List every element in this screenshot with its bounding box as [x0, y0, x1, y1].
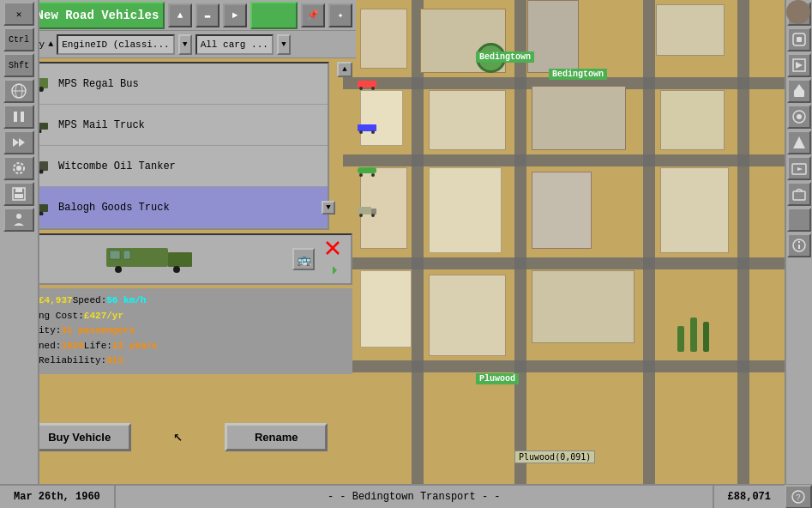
accept-icon-button[interactable] [323, 261, 342, 280]
pin-button[interactable]: 📌 [301, 3, 325, 27]
toolbar-ctrl[interactable]: Ctrl [3, 27, 34, 51]
city-label-bedingtown1: Bedingtown [476, 51, 534, 63]
sidebar-icon-10[interactable] [787, 233, 811, 257]
svg-rect-68 [798, 245, 800, 249]
close-x-button[interactable]: ✕ [3, 2, 34, 26]
sidebar-icon-7[interactable] [787, 156, 811, 180]
city-label-bedingtown2: Bedingtown [549, 69, 607, 80]
toolbar-gear-icon[interactable] [3, 156, 34, 180]
vehicle-item-mps-mail-truck[interactable]: MPS Mail Truck [5, 105, 328, 146]
vehicle-item-balogh-goods-truck[interactable]: Balogh Goods Truck ▼ [5, 187, 328, 228]
svg-point-24 [359, 173, 363, 177]
svg-point-12 [39, 169, 44, 173]
rename-button[interactable]: Rename [225, 423, 328, 451]
svg-point-51 [16, 214, 21, 219]
vehicle-info-button[interactable]: 🚌 [292, 248, 315, 270]
svg-rect-32 [110, 251, 120, 259]
status-date: Mar 26th, 1960 [0, 486, 116, 508]
status-bar: Mar 26th, 1960 - - Bedingtown Transport … [0, 484, 812, 508]
life-label: Life: [84, 339, 112, 354]
svg-rect-50 [15, 194, 23, 198]
sidebar-icon-9[interactable] [787, 208, 811, 232]
list-scroll-down[interactable]: ▼ [322, 201, 335, 215]
sidebar-icon-6[interactable] [787, 130, 811, 154]
svg-point-28 [359, 214, 363, 217]
svg-marker-60 [795, 84, 803, 90]
vehicle-preview-icon-2 [358, 123, 376, 139]
svg-rect-43 [21, 112, 24, 122]
sort-direction-icon: ▲ [48, 39, 53, 49]
left-toolbar: ✕ Ctrl Shft [0, 0, 39, 484]
svg-point-19 [371, 87, 375, 90]
arrow-right-button[interactable]: ► [223, 3, 247, 27]
status-help-button[interactable]: ? [785, 485, 812, 508]
svg-text:?: ? [796, 493, 801, 503]
svg-rect-59 [794, 90, 804, 97]
svg-rect-27 [371, 209, 376, 215]
buy-vehicle-button[interactable]: Buy Vehicle [28, 423, 131, 451]
toolbar-ff-icon[interactable] [3, 130, 34, 154]
vehicle-preview-icon-4 [358, 205, 376, 221]
svg-point-21 [359, 130, 363, 134]
cancel-icon-button[interactable] [323, 239, 342, 257]
cargo-dropdown-arrow[interactable]: ▼ [277, 34, 291, 55]
vehicle-name-mps-mail-truck: MPS Mail Truck [58, 119, 322, 131]
toolbar-save-icon[interactable] [3, 182, 34, 206]
title-bar: × New Road Vehicles ▲ ▬ ► 📌 ✦ [0, 0, 356, 31]
svg-point-16 [39, 211, 44, 215]
svg-rect-33 [123, 251, 130, 259]
speed-label: Speed: [73, 293, 107, 309]
sort-dropdown-arrow[interactable]: ▼ [178, 34, 192, 55]
stats-row-cost: Cost: £4,937 Speed: 56 km/h [10, 293, 346, 309]
reliability-value: 81% [106, 354, 123, 369]
toolbar-person-icon[interactable] [3, 208, 34, 232]
svg-rect-23 [358, 167, 376, 173]
sort-bar: Sort by ▲ EngineID (classi... ▼ All carg… [0, 31, 356, 58]
designed-value: 1929 [61, 339, 83, 354]
vehicle-item-witcombe-oil-tanker[interactable]: Witcombe Oil Tanker [5, 146, 328, 187]
arrow-up-button[interactable]: ▲ [168, 3, 192, 27]
sidebar-icon-2[interactable] [787, 27, 811, 51]
capacity-value: 31 passengers [61, 324, 135, 339]
svg-rect-66 [793, 191, 805, 200]
speed-value: 56 km/h [106, 293, 146, 309]
cargo-filter-dropdown[interactable]: All carg ... [195, 34, 274, 55]
stats-row-designed: Designed: 1929 Life: 12 years [10, 339, 346, 354]
vehicle-display-area: 🚌 [3, 233, 352, 285]
toolbar-shft[interactable]: Shft [3, 53, 34, 77]
sidebar-icon-5[interactable] [787, 105, 811, 129]
vehicle-preview-icon-1 [358, 79, 376, 95]
status-money: £88,071 [713, 486, 785, 508]
vehicle-name-witcombe-oil-tanker: Witcombe Oil Tanker [58, 160, 322, 172]
svg-rect-69 [798, 241, 800, 243]
action-icons-col [323, 239, 342, 280]
action-buttons-row: Buy Vehicle ↖ Rename [0, 416, 356, 458]
sidebar-icon-8[interactable] [787, 182, 811, 206]
svg-marker-45 [19, 138, 25, 147]
svg-point-34 [115, 266, 122, 273]
star-button[interactable]: ✦ [328, 3, 352, 27]
sort-field-dropdown[interactable]: EngineID (classi... [57, 34, 174, 55]
list-scroll-up[interactable]: ▲ [337, 62, 352, 77]
sidebar-icon-4[interactable] [787, 79, 811, 103]
status-company: - - Bedingtown Transport - - [116, 491, 713, 503]
svg-point-62 [797, 114, 802, 119]
city-label-pluwood: Pluwood [476, 373, 519, 384]
cursor-pointer-indicator: ↖ [173, 426, 183, 451]
svg-rect-26 [358, 207, 371, 215]
vehicle-name-balogh-goods-truck: Balogh Goods Truck [58, 202, 322, 214]
sidebar-icon-3[interactable] [787, 53, 811, 77]
svg-point-35 [173, 266, 180, 273]
selected-vehicle-preview [14, 244, 284, 275]
svg-point-22 [371, 130, 375, 134]
svg-marker-65 [797, 167, 803, 171]
toolbar-map-icon[interactable] [3, 79, 34, 103]
list-right-icons [356, 62, 378, 221]
vehicle-item-mps-regal-bus[interactable]: MPS Regal Bus [5, 64, 328, 105]
toolbar-pause-icon[interactable] [3, 105, 34, 129]
window-title: New Road Vehicles [31, 2, 165, 29]
arrow-mid-button[interactable]: ▬ [195, 3, 220, 27]
stats-row-capacity: Capacity: 31 passengers [10, 324, 346, 339]
svg-marker-63 [793, 136, 805, 148]
vehicle-list-container: MPS Regal Bus ▲ MPS Mail Truck [3, 62, 352, 230]
